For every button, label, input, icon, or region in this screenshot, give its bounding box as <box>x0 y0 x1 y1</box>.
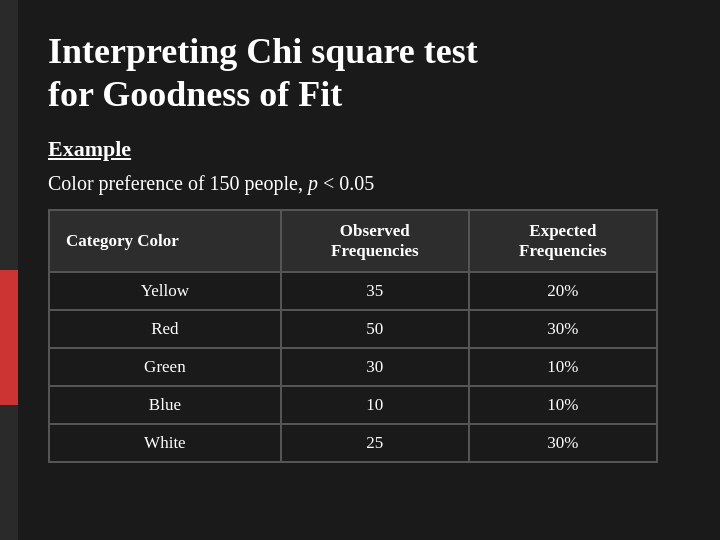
cell-expected: 10% <box>469 386 657 424</box>
subtitle: Color preference of 150 people, p < 0.05 <box>48 172 690 195</box>
cell-observed: 30 <box>281 348 469 386</box>
example-label: Example <box>48 136 690 162</box>
cell-expected: 30% <box>469 424 657 462</box>
page-title: Interpreting Chi square test for Goodnes… <box>48 30 690 116</box>
table-row: Yellow3520% <box>49 272 657 310</box>
table-row: Red5030% <box>49 310 657 348</box>
cell-color: Yellow <box>49 272 281 310</box>
bar-red <box>0 270 18 405</box>
cell-observed: 35 <box>281 272 469 310</box>
table-header-row: Category Color ObservedFrequencies Expec… <box>49 210 657 272</box>
cell-color: Blue <box>49 386 281 424</box>
table-row: White2530% <box>49 424 657 462</box>
left-bar <box>0 0 18 540</box>
cell-observed: 10 <box>281 386 469 424</box>
cell-color: Red <box>49 310 281 348</box>
cell-color: Green <box>49 348 281 386</box>
cell-expected: 20% <box>469 272 657 310</box>
col-header-observed: ObservedFrequencies <box>281 210 469 272</box>
data-table: Category Color ObservedFrequencies Expec… <box>48 209 658 463</box>
col-header-category: Category Color <box>49 210 281 272</box>
cell-expected: 10% <box>469 348 657 386</box>
cell-observed: 25 <box>281 424 469 462</box>
bar-top <box>0 0 18 270</box>
bar-bottom <box>0 405 18 540</box>
cell-expected: 30% <box>469 310 657 348</box>
cell-observed: 50 <box>281 310 469 348</box>
col-header-expected: ExpectedFrequencies <box>469 210 657 272</box>
table-row: Green3010% <box>49 348 657 386</box>
main-content: Interpreting Chi square test for Goodnes… <box>18 0 720 483</box>
cell-color: White <box>49 424 281 462</box>
table-row: Blue1010% <box>49 386 657 424</box>
